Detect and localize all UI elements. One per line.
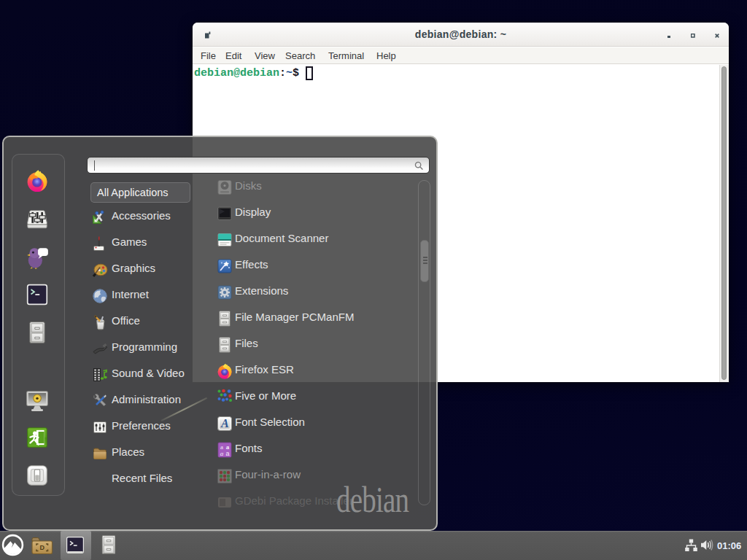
svg-text:a: a <box>225 450 229 457</box>
svg-text:a: a <box>220 450 224 457</box>
svg-text:A: A <box>220 417 229 429</box>
svg-text:D: D <box>40 544 45 551</box>
